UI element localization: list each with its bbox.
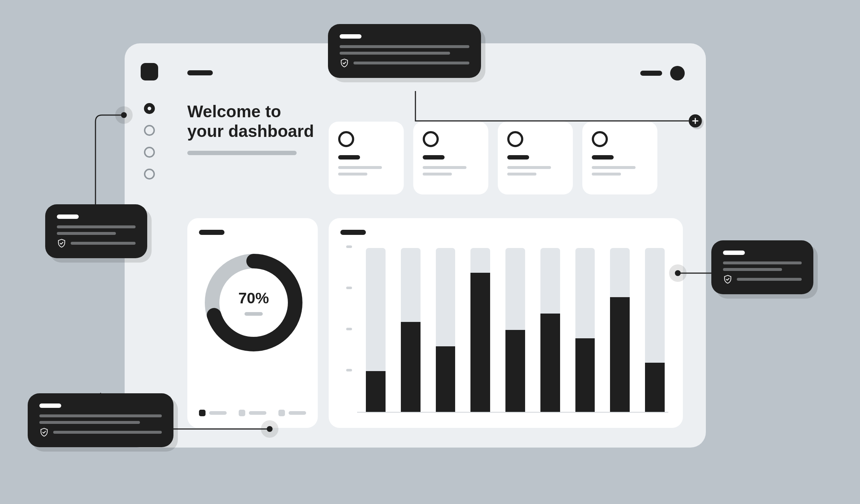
- callout-heading-placeholder: [39, 403, 61, 408]
- breadcrumb-placeholder: [187, 70, 213, 75]
- bar-chart-card: [329, 218, 683, 428]
- callout-text-placeholder: [57, 225, 136, 228]
- callout-anchor: [675, 270, 681, 276]
- callout-card: [711, 240, 813, 294]
- legend-label-placeholder: [249, 411, 266, 415]
- callout-text-placeholder: [723, 268, 782, 271]
- kpi-text-placeholder: [507, 166, 551, 169]
- callout-heading-placeholder: [723, 251, 745, 255]
- welcome-block: Welcome to your dashboard: [187, 102, 314, 155]
- sidebar-item-1[interactable]: [144, 103, 155, 114]
- callout-text-placeholder: [57, 232, 116, 235]
- page-subtitle-placeholder: [187, 151, 297, 155]
- callout-card: [45, 204, 147, 258]
- callout-text-placeholder: [340, 52, 450, 55]
- sidebar-item-4[interactable]: [144, 169, 155, 180]
- callout-text-placeholder: [723, 261, 802, 264]
- kpi-text-placeholder: [338, 173, 367, 176]
- shield-check-icon: [723, 275, 732, 284]
- callout-text-placeholder: [39, 421, 140, 424]
- bar-heading-placeholder: [340, 230, 366, 235]
- callout-anchor: [267, 426, 273, 432]
- axis-tick: [346, 245, 352, 248]
- app-logo[interactable]: [141, 63, 158, 80]
- sidebar-item-3[interactable]: [144, 147, 155, 158]
- callout-card: [328, 24, 481, 78]
- kpi-text-placeholder: [423, 173, 452, 176]
- plus-icon: [692, 118, 699, 124]
- donut-card: 70%: [187, 218, 318, 428]
- donut-heading-placeholder: [199, 230, 224, 235]
- axis-tick: [346, 328, 352, 330]
- kpi-heading-placeholder: [423, 155, 445, 160]
- kpi-row: [329, 122, 657, 194]
- legend-item[interactable]: [199, 410, 227, 416]
- bar-chart: [346, 248, 668, 413]
- circle-icon: [507, 131, 523, 147]
- avatar[interactable]: [670, 66, 685, 80]
- bar-column[interactable]: [610, 248, 630, 412]
- callout-card: [28, 393, 173, 447]
- legend-item[interactable]: [278, 410, 306, 416]
- callout-heading-placeholder: [57, 214, 79, 219]
- circle-icon: [592, 131, 608, 147]
- legend-swatch: [199, 410, 206, 416]
- bar-baseline: [357, 412, 668, 413]
- kpi-text-placeholder: [592, 166, 636, 169]
- kpi-text-placeholder: [592, 173, 621, 176]
- kpi-card[interactable]: [498, 122, 573, 194]
- kpi-text-placeholder: [338, 166, 382, 169]
- kpi-heading-placeholder: [507, 155, 529, 160]
- kpi-card[interactable]: [329, 122, 404, 194]
- callout-heading-placeholder: [340, 34, 361, 39]
- donut-legend: [199, 410, 306, 416]
- sidebar-item-2[interactable]: [144, 125, 155, 136]
- add-button[interactable]: [689, 114, 702, 127]
- page-title: Welcome to your dashboard: [187, 102, 314, 141]
- shield-check-icon: [340, 58, 349, 68]
- callout-text-placeholder: [340, 45, 469, 48]
- donut-value: 70%: [238, 290, 269, 307]
- legend-swatch: [239, 410, 245, 416]
- kpi-heading-placeholder: [338, 155, 360, 160]
- bar-column[interactable]: [575, 248, 595, 412]
- bar-column[interactable]: [470, 248, 490, 412]
- kpi-heading-placeholder: [592, 155, 614, 160]
- legend-label-placeholder: [209, 411, 227, 415]
- legend-label-placeholder: [289, 411, 306, 415]
- bar-column[interactable]: [401, 248, 421, 412]
- kpi-text-placeholder: [507, 173, 536, 176]
- kpi-card[interactable]: [582, 122, 657, 194]
- axis-tick: [346, 369, 352, 371]
- shield-check-icon: [39, 428, 49, 437]
- legend-item[interactable]: [239, 410, 266, 416]
- shield-check-icon: [57, 239, 66, 248]
- donut-sub-placeholder: [245, 312, 263, 316]
- legend-swatch: [278, 410, 285, 416]
- axis-tick: [346, 287, 352, 289]
- bar-column[interactable]: [505, 248, 525, 412]
- bar-column[interactable]: [366, 248, 386, 412]
- callout-anchor: [121, 112, 127, 118]
- kpi-text-placeholder: [423, 166, 466, 169]
- bar-column[interactable]: [540, 248, 560, 412]
- topbar-right: [640, 66, 685, 80]
- bar-column[interactable]: [436, 248, 456, 412]
- callout-text-placeholder: [39, 414, 162, 417]
- user-label-placeholder: [640, 71, 662, 76]
- dashboard-window: Welcome to your dashboard: [125, 43, 706, 448]
- sidebar: [138, 63, 160, 180]
- donut-chart: 70%: [199, 248, 308, 357]
- circle-icon: [423, 131, 439, 147]
- kpi-card[interactable]: [413, 122, 488, 194]
- circle-icon: [338, 131, 354, 147]
- bar-column[interactable]: [645, 248, 665, 412]
